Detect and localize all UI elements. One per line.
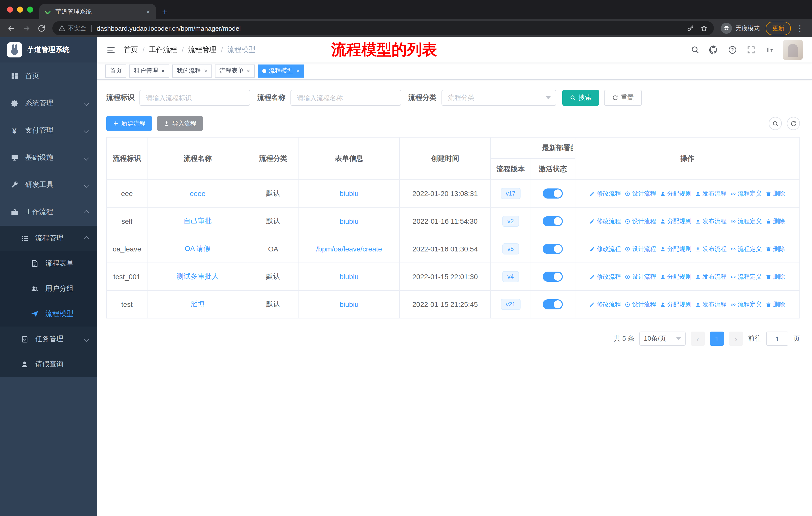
search-icon[interactable] [690, 44, 701, 55]
sidebar-item-user-group[interactable]: 用户分组 [0, 276, 97, 301]
form-info-link[interactable]: biubiu [340, 300, 358, 308]
form-info-link[interactable]: biubiu [340, 217, 358, 225]
sidebar-toggle-button[interactable] [101, 45, 121, 55]
tag-my-process[interactable]: 我的流程 × [172, 64, 212, 77]
row-action-definition[interactable]: 流程定义 [731, 245, 762, 253]
browser-menu-icon[interactable]: ⋮ [792, 23, 808, 33]
reload-icon[interactable] [34, 21, 48, 35]
tag-tenant-management[interactable]: 租户管理 × [129, 64, 169, 77]
tag-close-icon[interactable]: × [296, 68, 299, 74]
sidebar-item-system-management[interactable]: 系统管理 [0, 90, 97, 117]
current-page-button[interactable]: 1 [710, 332, 724, 346]
next-page-button[interactable]: › [729, 332, 743, 346]
sidebar-item-infrastructure[interactable]: 基础设施 [0, 144, 97, 171]
sidebar-item-devtools[interactable]: 研发工具 [0, 171, 97, 198]
app-logo[interactable]: 芋道管理系统 [0, 37, 97, 62]
row-action-definition[interactable]: 流程定义 [731, 189, 762, 198]
row-action-edit[interactable]: 修改流程 [590, 245, 621, 253]
breadcrumb-item-home[interactable]: 首页 [124, 45, 138, 54]
import-process-button[interactable]: 导入流程 [157, 116, 203, 131]
back-icon[interactable] [4, 21, 18, 35]
sidebar-item-home[interactable]: 首页 [0, 62, 97, 90]
font-size-icon[interactable]: TT [764, 44, 775, 55]
sidebar-item-task-management[interactable]: 任务管理 [0, 327, 97, 352]
row-action-design[interactable]: 设计流程 [625, 245, 656, 253]
process-name-link[interactable]: OA 请假 [185, 244, 211, 252]
close-window-button[interactable] [7, 6, 13, 12]
tag-home[interactable]: 首页 [105, 64, 126, 77]
tag-process-model[interactable]: 流程模型 × [258, 64, 304, 77]
sidebar-item-process-form[interactable]: 流程表单 [0, 251, 97, 276]
sidebar-item-process-model[interactable]: 流程模型 [0, 301, 97, 327]
row-action-assign[interactable]: 分配规则 [660, 272, 691, 281]
help-icon[interactable]: ? [727, 44, 738, 55]
search-button[interactable]: 搜索 [562, 90, 599, 106]
address-bar[interactable]: 不安全 dashboard.yudao.iocoder.cn/bpm/manag… [52, 21, 714, 35]
sidebar-item-workflow[interactable]: 工作流程 [0, 198, 97, 226]
minimize-window-button[interactable] [17, 6, 23, 12]
password-key-icon[interactable] [687, 24, 694, 32]
row-action-publish[interactable]: 发布流程 [695, 300, 727, 309]
process-id-input[interactable] [140, 90, 250, 106]
tab-close-icon[interactable]: × [145, 8, 151, 16]
maximize-window-button[interactable] [27, 6, 33, 12]
row-action-definition[interactable]: 流程定义 [731, 272, 762, 281]
breadcrumb-item-process-management[interactable]: 流程管理 [188, 45, 216, 54]
new-tab-button[interactable]: + [162, 7, 168, 17]
row-action-delete[interactable]: 删除 [766, 189, 785, 198]
user-avatar[interactable] [783, 40, 803, 60]
row-action-design[interactable]: 设计流程 [625, 272, 656, 281]
row-action-publish[interactable]: 发布流程 [695, 272, 727, 281]
reset-button[interactable]: 重置 [604, 90, 642, 106]
row-action-assign[interactable]: 分配规则 [660, 245, 691, 253]
form-info-link[interactable]: /bpm/oa/leave/create [316, 245, 382, 253]
prev-page-button[interactable]: ‹ [691, 332, 705, 346]
form-info-link[interactable]: biubiu [340, 189, 358, 197]
process-name-link[interactable]: eeee [190, 189, 205, 197]
row-action-assign[interactable]: 分配规则 [660, 189, 691, 198]
tag-close-icon[interactable]: × [204, 68, 207, 74]
security-warning[interactable]: 不安全 [58, 24, 86, 32]
row-action-delete[interactable]: 删除 [766, 245, 785, 253]
row-action-assign[interactable]: 分配规则 [660, 300, 691, 309]
sidebar-item-leave-query[interactable]: 请假查询 [0, 352, 97, 377]
active-toggle[interactable] [543, 299, 563, 309]
tag-close-icon[interactable]: × [161, 68, 165, 74]
github-icon[interactable] [708, 44, 719, 55]
tag-process-form[interactable]: 流程表单 × [215, 64, 255, 77]
process-name-input[interactable] [290, 90, 401, 106]
create-process-button[interactable]: 新建流程 [106, 116, 152, 131]
active-toggle[interactable] [543, 188, 563, 198]
row-action-assign[interactable]: 分配规则 [660, 217, 691, 225]
row-action-publish[interactable]: 发布流程 [695, 217, 727, 225]
breadcrumb-item-workflow[interactable]: 工作流程 [149, 45, 177, 54]
sidebar-item-process-management[interactable]: 流程管理 [0, 226, 97, 251]
bookmark-star-icon[interactable] [700, 24, 708, 32]
toggle-search-button[interactable] [769, 117, 782, 130]
row-action-delete[interactable]: 删除 [766, 217, 785, 225]
row-action-publish[interactable]: 发布流程 [695, 245, 727, 253]
page-size-select[interactable]: 10条/页 [639, 332, 686, 346]
browser-tab[interactable]: 芋道管理系统 × [39, 4, 156, 19]
active-toggle[interactable] [543, 272, 563, 282]
active-toggle[interactable] [543, 244, 563, 254]
refresh-table-button[interactable] [787, 117, 800, 130]
row-action-design[interactable]: 设计流程 [625, 300, 656, 309]
process-name-link[interactable]: 自己审批 [183, 217, 212, 225]
tag-close-icon[interactable]: × [247, 68, 250, 74]
row-action-edit[interactable]: 修改流程 [590, 300, 621, 309]
row-action-edit[interactable]: 修改流程 [590, 189, 621, 198]
row-action-delete[interactable]: 删除 [766, 272, 785, 281]
sidebar-item-payment-management[interactable]: ¥ 支付管理 [0, 117, 97, 144]
row-action-edit[interactable]: 修改流程 [590, 217, 621, 225]
fullscreen-icon[interactable] [746, 44, 757, 55]
process-name-link[interactable]: 测试多审批人 [176, 272, 219, 280]
goto-page-input[interactable] [766, 332, 788, 346]
form-info-link[interactable]: biubiu [340, 273, 358, 281]
row-action-edit[interactable]: 修改流程 [590, 272, 621, 281]
row-action-design[interactable]: 设计流程 [625, 217, 656, 225]
active-toggle[interactable] [543, 216, 563, 226]
row-action-design[interactable]: 设计流程 [625, 189, 656, 198]
process-name-link[interactable]: 滔博 [191, 300, 205, 308]
row-action-definition[interactable]: 流程定义 [731, 217, 762, 225]
